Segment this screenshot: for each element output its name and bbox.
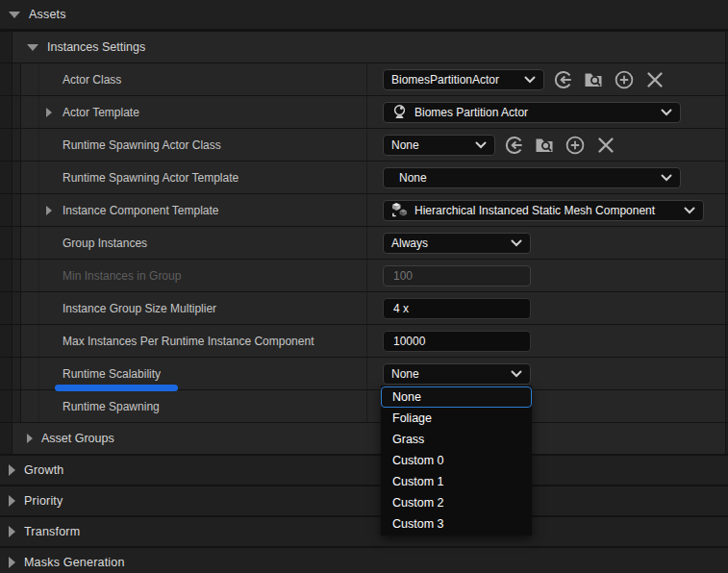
expand-arrow-icon[interactable] <box>9 526 15 537</box>
indent-guide <box>13 63 21 95</box>
indent-guide <box>13 96 21 128</box>
property-label: Runtime Spawning Actor Class <box>63 138 221 152</box>
expand-arrow-icon[interactable] <box>9 495 15 507</box>
menu-item-custom-2[interactable]: Custom 2 <box>381 492 532 513</box>
expand-arrow-icon[interactable] <box>9 557 15 568</box>
indent-guide <box>13 194 21 226</box>
indent-guide <box>0 292 13 324</box>
property-row-min-instances-in-group: Min Instances in Group <box>0 260 728 291</box>
indent-guide <box>0 390 13 422</box>
chevron-down-icon <box>653 109 672 116</box>
clear-asset-icon[interactable] <box>595 135 616 156</box>
runtime-spawning-actor-template-value: None <box>391 171 427 185</box>
collapse-arrow-icon[interactable] <box>27 44 38 51</box>
clear-asset-icon[interactable] <box>644 69 665 90</box>
category-row-priority[interactable]: Priority <box>0 486 728 515</box>
browse-to-asset-icon[interactable] <box>534 135 555 156</box>
chevron-down-icon <box>467 141 487 149</box>
property-label: Instance Group Size Multiplier <box>63 302 216 315</box>
instance-component-template-value: Hierarchical Instanced Static Mesh Compo… <box>414 204 655 217</box>
menu-item-custom-1[interactable]: Custom 1 <box>381 471 532 492</box>
runtime-scalability-dropdown[interactable]: None <box>383 363 531 385</box>
property-label: Actor Template <box>63 106 139 119</box>
property-label: Runtime Spawning Actor Template <box>63 171 238 185</box>
property-row-runtime-scalability: Runtime Scalability None <box>0 358 728 389</box>
actor-template-dropdown[interactable]: Biomes Partition Actor <box>383 102 681 123</box>
actor-class-value: BiomesPartitionActor <box>391 73 499 87</box>
indent-guide <box>0 358 13 389</box>
runtime-scalability-value: None <box>391 367 419 381</box>
expand-arrow-icon[interactable] <box>46 108 52 117</box>
create-new-asset-icon[interactable] <box>565 135 586 156</box>
group-instances-value: Always <box>391 237 428 250</box>
property-row-max-instances-per-runtime-instance-component: Max Instances Per Runtime Instance Compo… <box>0 325 728 357</box>
category-label: Masks Generation <box>24 556 125 569</box>
instance-group-size-multiplier-input[interactable] <box>383 298 531 319</box>
property-row-actor-template: Actor Template Biomes Partition Actor <box>0 96 728 128</box>
property-label: Min Instances in Group <box>63 269 181 283</box>
group-label: Asset Groups <box>41 432 114 445</box>
expand-arrow-icon[interactable] <box>9 464 15 476</box>
indent-guide <box>13 358 21 389</box>
property-label: Runtime Spawning <box>63 400 160 413</box>
group-instances-dropdown[interactable]: Always <box>383 233 531 254</box>
create-new-asset-icon[interactable] <box>614 69 635 90</box>
category-row-transform[interactable]: Transform <box>0 517 728 546</box>
property-row-runtime-spawning-actor-class: Runtime Spawning Actor Class None <box>0 129 728 161</box>
runtime-scalability-dropdown-menu: None Foliage Grass Custom 0 Custom 1 Cus… <box>381 386 532 536</box>
category-label: Transform <box>24 525 80 538</box>
indent-guide <box>13 162 21 193</box>
actor-template-value: Biomes Partition Actor <box>414 106 528 119</box>
max-instances-input[interactable] <box>383 331 531 352</box>
runtime-spawning-actor-class-dropdown[interactable]: None <box>383 135 495 156</box>
category-label: Priority <box>24 494 63 508</box>
menu-item-custom-0[interactable]: Custom 0 <box>381 450 532 471</box>
indent-guide <box>0 63 13 95</box>
property-row-instance-group-size-multiplier: Instance Group Size Multiplier <box>0 292 728 324</box>
chevron-down-icon <box>676 207 695 214</box>
category-row-growth[interactable]: Growth <box>0 456 728 485</box>
collapse-arrow-icon[interactable] <box>9 12 20 18</box>
category-row-masks-generation[interactable]: Masks Generation <box>0 548 728 573</box>
details-panel: Assets Instances Settings Actor Class Bi… <box>0 0 728 573</box>
menu-item-custom-3[interactable]: Custom 3 <box>381 513 532 535</box>
expand-arrow-icon[interactable] <box>27 434 33 443</box>
category-row-assets[interactable]: Assets <box>0 0 728 29</box>
property-row-runtime-spawning-actor-template: Runtime Spawning Actor Template None <box>0 162 728 193</box>
chevron-down-icon <box>503 239 522 247</box>
menu-item-none[interactable]: None <box>381 386 532 408</box>
group-label: Instances Settings <box>47 40 145 54</box>
actor-class-dropdown[interactable]: BiomesPartitionActor <box>383 69 544 90</box>
property-row-group-instances: Group Instances Always <box>0 227 728 259</box>
use-selected-asset-icon[interactable] <box>503 135 524 156</box>
group-row-instances-settings[interactable]: Instances Settings <box>0 32 728 62</box>
use-selected-asset-icon[interactable] <box>552 69 573 90</box>
property-row-actor-class: Actor Class BiomesPartitionActor <box>0 63 728 95</box>
indent-guide <box>0 96 13 128</box>
menu-item-grass[interactable]: Grass <box>381 429 532 450</box>
indent-guide <box>0 32 13 62</box>
expand-arrow-icon[interactable] <box>46 206 52 215</box>
indent-guide <box>13 390 21 422</box>
indent-guide <box>13 325 21 357</box>
category-label: Assets <box>29 8 66 21</box>
indent-guide <box>0 260 13 291</box>
indent-guide <box>0 129 13 161</box>
indent-guide <box>0 194 13 226</box>
indent-guide <box>13 227 21 259</box>
category-label: Growth <box>24 463 64 477</box>
property-label: Runtime Scalability <box>63 367 161 381</box>
chevron-down-icon <box>653 174 672 182</box>
instance-component-template-dropdown[interactable]: Hierarchical Instanced Static Mesh Compo… <box>383 200 704 221</box>
min-instances-in-group-input <box>383 265 531 286</box>
indent-guide <box>13 292 21 324</box>
chevron-down-icon <box>516 76 536 84</box>
runtime-spawning-actor-template-dropdown[interactable]: None <box>383 167 681 188</box>
indent-guide <box>0 423 13 454</box>
property-row-runtime-spawning: Runtime Spawning <box>0 390 728 422</box>
browse-to-asset-icon[interactable] <box>583 69 604 90</box>
group-row-asset-groups[interactable]: Asset Groups <box>0 423 728 454</box>
property-label: Instance Component Template <box>63 204 219 217</box>
chevron-down-icon <box>503 370 522 378</box>
menu-item-foliage[interactable]: Foliage <box>381 408 532 429</box>
